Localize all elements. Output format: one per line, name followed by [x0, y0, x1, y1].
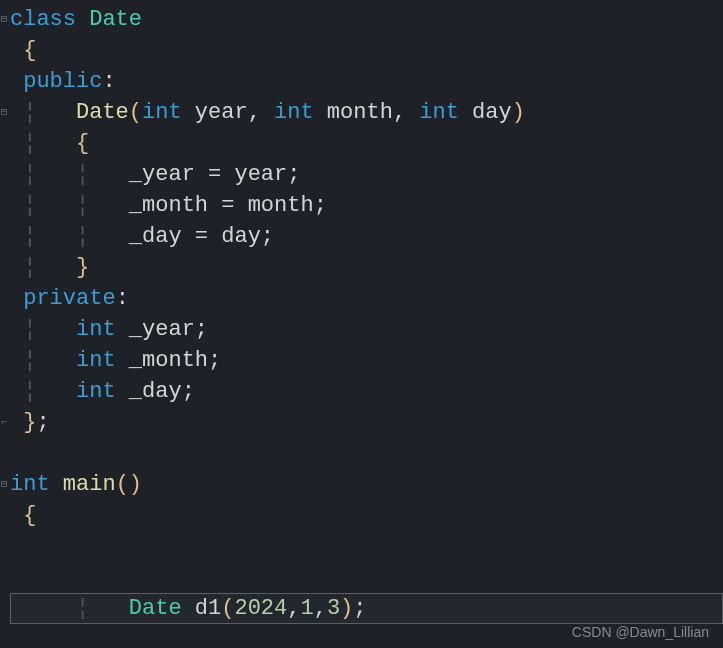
keyword-int: int: [76, 379, 116, 404]
function-main: main: [50, 472, 116, 497]
code-line: ¦ }: [0, 252, 723, 283]
fold-end-icon: ⌐: [0, 407, 8, 438]
code-line-blank: [0, 438, 723, 469]
brace-close: }: [23, 410, 36, 435]
member-var: _month: [129, 193, 208, 218]
code-line: ¦ {: [0, 128, 723, 159]
colon: :: [116, 286, 129, 311]
code-line: ¦ int _month;: [0, 345, 723, 376]
brace-close: }: [76, 255, 89, 280]
member-decl: _year: [116, 317, 195, 342]
paren-open: (: [129, 100, 142, 125]
fold-collapse-icon[interactable]: ⊟: [0, 97, 8, 128]
semicolon: ;: [182, 379, 195, 404]
assign-op: =: [182, 224, 222, 249]
member-var: _year: [129, 162, 195, 187]
fold-collapse-icon[interactable]: ⊟: [0, 469, 8, 500]
keyword-int: int: [76, 348, 116, 373]
parens: (): [116, 472, 142, 497]
access-private: private: [23, 286, 115, 311]
comma: ,: [393, 100, 419, 125]
brace-open: {: [76, 131, 89, 156]
code-line: ⊟int main(): [0, 469, 723, 500]
code-line: private:: [0, 283, 723, 314]
semicolon: ;: [261, 224, 274, 249]
semicolon: ;: [208, 348, 221, 373]
variable: d1: [182, 596, 222, 621]
code-line: ¦ int _day;: [0, 376, 723, 407]
number-literal: 1: [300, 596, 313, 621]
semicolon: ;: [287, 162, 300, 187]
semicolon: ;: [36, 410, 49, 435]
type-name: Date: [129, 596, 182, 621]
code-line: ¦ ¦ _year = year;: [0, 159, 723, 190]
identifier: day: [221, 224, 261, 249]
paren-close: ): [512, 100, 525, 125]
keyword-int: int: [76, 317, 116, 342]
code-line: public:: [0, 66, 723, 97]
code-line: ⊟ ¦ Date(int year, int month, int day): [0, 97, 723, 128]
assign-op: =: [208, 193, 248, 218]
param: year: [182, 100, 248, 125]
colon: :: [102, 69, 115, 94]
keyword-class: class: [10, 7, 76, 32]
semicolon: ;: [353, 596, 366, 621]
member-var: _day: [129, 224, 182, 249]
code-line: ¦ ¦ _month = month;: [0, 190, 723, 221]
keyword-int: int: [10, 472, 50, 497]
paren-close: ): [340, 596, 353, 621]
member-decl: _day: [116, 379, 182, 404]
member-decl: _month: [116, 348, 208, 373]
type-name: Date: [89, 7, 142, 32]
identifier: month: [248, 193, 314, 218]
number-literal: 3: [327, 596, 340, 621]
keyword-int: int: [142, 100, 182, 125]
paren-open: (: [221, 596, 234, 621]
comma: ,: [287, 596, 300, 621]
access-public: public: [23, 69, 102, 94]
semicolon: ;: [195, 317, 208, 342]
fold-collapse-icon[interactable]: ⊟: [0, 4, 8, 35]
brace-open: {: [23, 38, 36, 63]
watermark-text: CSDN @Dawn_Lillian: [572, 624, 709, 640]
code-line: {: [0, 500, 723, 531]
code-line: ⊟class Date: [0, 4, 723, 35]
comma: ,: [314, 596, 327, 621]
code-line: ⌐ };: [0, 407, 723, 438]
assign-op: =: [195, 162, 235, 187]
number-literal: 2024: [234, 596, 287, 621]
keyword-int: int: [419, 100, 459, 125]
identifier: year: [234, 162, 287, 187]
code-line: ¦ ¦ _day = day;: [0, 221, 723, 252]
comma: ,: [248, 100, 274, 125]
brace-open: {: [23, 503, 36, 528]
code-line: {: [0, 35, 723, 66]
param: day: [459, 100, 512, 125]
constructor-name: Date: [76, 100, 129, 125]
code-editor[interactable]: ⊟class Date { public: ⊟ ¦ Date(int year,…: [0, 0, 723, 648]
semicolon: ;: [314, 193, 327, 218]
keyword-int: int: [274, 100, 314, 125]
param: month: [314, 100, 393, 125]
code-line: ¦ int _year;: [0, 314, 723, 345]
